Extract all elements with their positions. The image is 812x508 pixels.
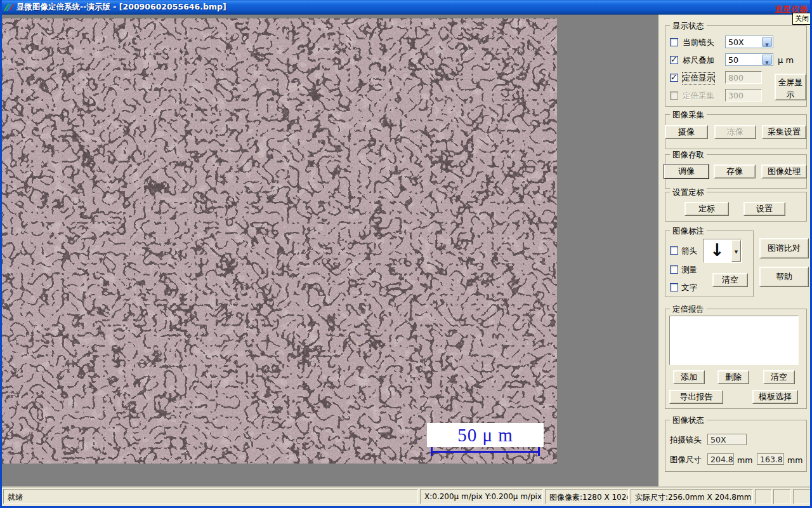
fixed-display-input: 800	[725, 71, 762, 84]
status-image-pixels: 图像像素:1280 X 1024	[545, 489, 629, 504]
report-add-button[interactable]: 添加	[673, 370, 705, 384]
fixed-display-checkbox[interactable]	[670, 74, 678, 82]
app-window: 显微图像定倍系统--演示版 - [20090602055646.bmp] ✕ 直…	[0, 0, 812, 508]
freeze-button: 冻像	[714, 125, 756, 139]
measure-checkbox[interactable]	[670, 265, 678, 274]
calibration-settings-button[interactable]: 设置	[743, 202, 785, 216]
image-height-field: 163.8	[757, 453, 784, 465]
window-title: 显微图像定倍系统--演示版 - [20090602055646.bmp]	[16, 2, 226, 13]
help-button[interactable]: 帮助	[759, 267, 809, 287]
lens-value-field: 50X	[707, 434, 747, 445]
current-lens-combo[interactable]: 50X	[725, 36, 773, 48]
status-actual-size: 实际尺寸:256.0mm X 204.8mm	[631, 489, 753, 504]
status-spare-3	[793, 489, 812, 504]
control-panel: 显示状态 当前镜头 50X 标尺叠加 50 μ m 定倍显示 800 定倍采集 …	[658, 15, 810, 486]
app-icon	[3, 3, 14, 13]
group-capture-legend: 图像采集	[670, 110, 707, 121]
ruler-overlay-label: 标尺叠加	[683, 55, 714, 66]
fixed-display-label: 定倍显示	[683, 73, 714, 84]
arrow-style-combo[interactable]: ↓	[703, 239, 742, 263]
ruler-value: 50	[728, 55, 738, 65]
arrow-checkbox-label: 箭头	[681, 246, 697, 257]
arrow-checkbox[interactable]	[670, 246, 678, 255]
micrograph-image[interactable]: 50 μ m	[2, 18, 557, 464]
annotation-clear-button[interactable]: 清空	[712, 273, 748, 287]
current-lens-value: 50X	[728, 37, 743, 47]
group-display-status-legend: 显示状态	[670, 21, 707, 32]
text-checkbox[interactable]	[670, 283, 678, 291]
image-process-button[interactable]: 图像处理	[761, 164, 807, 178]
client-area: 50 μ m 显示状态 当前镜头 50X 标尺叠加 50 μ m	[2, 15, 810, 486]
current-lens-checkbox[interactable]	[670, 38, 678, 46]
chevron-down-icon[interactable]	[762, 37, 772, 47]
fixed-capture-label: 定倍采集	[683, 91, 714, 102]
export-report-button[interactable]: 导出报告	[669, 390, 723, 404]
down-arrow-icon: ↓	[710, 240, 724, 260]
template-select-button[interactable]: 模板选择	[752, 390, 798, 404]
save-image-button[interactable]: 存像	[714, 164, 756, 178]
ruler-overlay-checkbox[interactable]	[670, 56, 678, 64]
image-size-label: 图像尺寸	[670, 455, 702, 465]
status-spare-2	[773, 489, 791, 504]
chevron-down-icon[interactable]	[731, 240, 741, 262]
lens-label: 拍摄镜头	[670, 435, 702, 446]
titlebar: 显微图像定倍系统--演示版 - [20090602055646.bmp]	[0, 0, 812, 15]
status-pixel-scale: X:0.200μ m/pix Y:0.200μ m/pix	[420, 489, 543, 504]
load-image-button[interactable]: 调像	[664, 164, 709, 179]
image-width-unit: mm	[737, 455, 752, 465]
fixed-capture-checkbox	[670, 91, 678, 100]
current-lens-label: 当前镜头	[683, 37, 714, 48]
fixed-capture-input: 300	[725, 89, 762, 102]
group-report-legend: 定倍报告	[670, 304, 707, 315]
camera-button[interactable]: 摄像	[665, 125, 708, 139]
scalebar-label: 50 μ m	[427, 423, 544, 447]
status-ready: 就绪	[3, 489, 418, 504]
chevron-down-icon[interactable]	[762, 55, 772, 65]
micrograph-texture	[2, 18, 557, 464]
group-annotation-legend: 图像标注	[670, 226, 707, 237]
image-height-unit: mm	[787, 455, 802, 465]
ruler-value-combo[interactable]: 50	[725, 53, 773, 66]
close-tooltip: 关闭	[792, 13, 811, 25]
scalebar-line	[431, 451, 540, 453]
group-image-status-legend: 图像状态	[670, 415, 707, 426]
ruler-unit-label: μ m	[778, 55, 794, 65]
group-storage-legend: 图像存取	[670, 150, 707, 161]
image-width-field: 204.8	[707, 453, 734, 465]
report-delete-button[interactable]: 删除	[717, 370, 749, 384]
text-checkbox-label: 文字	[681, 283, 697, 293]
scalebar-tick-left	[431, 447, 433, 456]
report-listbox[interactable]	[669, 316, 799, 365]
calibrate-button[interactable]: 定标	[684, 202, 729, 216]
measure-checkbox-label: 测量	[681, 265, 697, 276]
status-spare-1	[755, 489, 772, 504]
statusbar: 就绪 X:0.200μ m/pix Y:0.200μ m/pix 图像像素:12…	[2, 486, 810, 506]
atlas-compare-button[interactable]: 图谱比对	[759, 238, 809, 258]
group-calibration-legend: 设置定标	[670, 187, 707, 198]
scalebar-tick-right	[538, 447, 540, 456]
fullscreen-button[interactable]: 全屏显示	[775, 74, 806, 100]
capture-settings-button[interactable]: 采集设置	[762, 125, 806, 139]
report-clear-button[interactable]: 清空	[763, 370, 795, 384]
